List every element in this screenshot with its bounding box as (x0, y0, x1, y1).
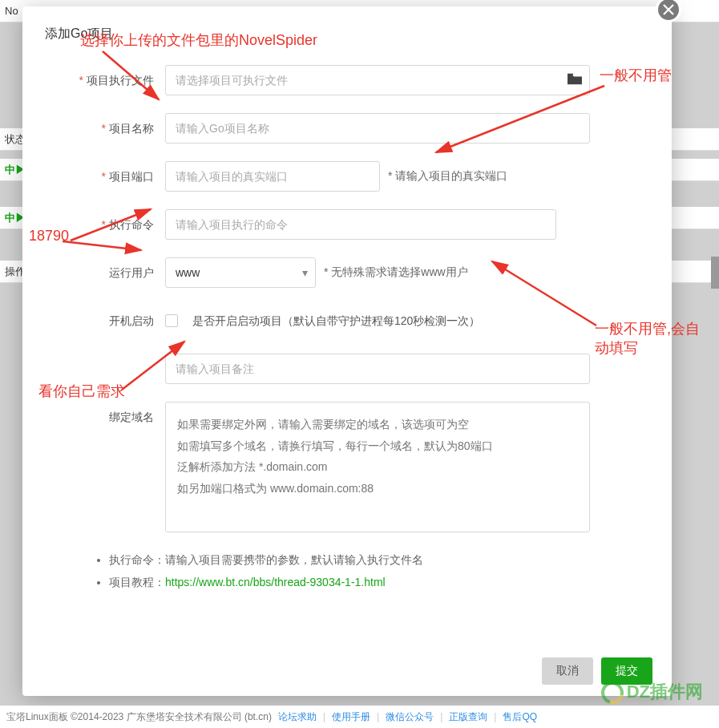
copyright: 宝塔Linux面板 ©2014-2023 广东堡塔安全技术有限公司 (bt.cn… (6, 710, 272, 724)
tutorial-link[interactable]: https://www.bt.cn/bbs/thread-93034-1-1.h… (165, 576, 386, 588)
row-name: *项目名称 (45, 113, 648, 144)
link-wechat[interactable]: 微信公众号 (386, 710, 434, 724)
label-name: *项目名称 (45, 113, 165, 144)
autostart-checkbox[interactable] (165, 314, 178, 327)
user-hint: * 无特殊需求请选择www用户 (324, 265, 468, 280)
label-domain: 绑定域名 (45, 402, 165, 432)
modal-footer: 取消 提交 (542, 657, 652, 685)
user-select[interactable] (165, 257, 316, 288)
note-cmd: 执行命令：请输入项目需要携带的参数，默认请输入执行文件名 (109, 553, 648, 568)
row-autostart: 开机启动 是否开启启动项目（默认自带守护进程每120秒检测一次） (45, 305, 648, 336)
row-remark (45, 354, 648, 384)
folder-icon[interactable] (568, 74, 582, 87)
label-exec-file: *项目执行文件 (45, 65, 165, 95)
link-qq[interactable]: 售后QQ (503, 710, 537, 724)
link-verify[interactable]: 正版查询 (449, 710, 487, 724)
add-go-project-modal: 添加Go项目 *项目执行文件 *项目名称 *项目端口 * 请输入项目的真实端口 … (22, 6, 672, 696)
cancel-button[interactable]: 取消 (542, 657, 593, 685)
row-domain: 绑定域名 (45, 402, 648, 532)
note-tutorial: 项目教程：https://www.bt.cn/bbs/thread-93034-… (109, 576, 648, 590)
row-cmd: *执行命令 (45, 209, 648, 240)
exec-file-input[interactable] (165, 65, 590, 95)
row-user: 运行用户 ▾ * 无特殊需求请选择www用户 (45, 257, 648, 288)
label-port: *项目端口 (45, 161, 165, 192)
submit-button[interactable]: 提交 (601, 657, 652, 685)
row-port: *项目端口 * 请输入项目的真实端口 (45, 161, 648, 192)
name-input[interactable] (165, 113, 590, 144)
label-user: 运行用户 (45, 257, 165, 288)
bottom-bar: 宝塔Linux面板 ©2014-2023 广东堡塔安全技术有限公司 (bt.cn… (0, 706, 719, 728)
row-exec-file: *项目执行文件 (45, 65, 648, 95)
link-manual[interactable]: 使用手册 (332, 710, 370, 724)
notes-list: 执行命令：请输入项目需要携带的参数，默认请输入执行文件名 项目教程：https:… (93, 553, 648, 590)
label-cmd: *执行命令 (45, 209, 165, 240)
label-autostart: 开机启动 (45, 305, 165, 336)
close-icon (663, 4, 674, 15)
port-hint: * 请输入项目的真实端口 (388, 169, 507, 184)
domain-textarea[interactable] (165, 402, 590, 532)
autostart-text: 是否开启启动项目（默认自带守护进程每120秒检测一次） (192, 305, 480, 336)
modal-title: 添加Go项目 (45, 26, 648, 42)
link-forum[interactable]: 论坛求助 (278, 710, 317, 724)
port-input[interactable] (165, 161, 380, 192)
cmd-input[interactable] (165, 209, 556, 240)
scrollbar-fragment[interactable] (711, 257, 719, 289)
remark-input[interactable] (165, 354, 590, 384)
